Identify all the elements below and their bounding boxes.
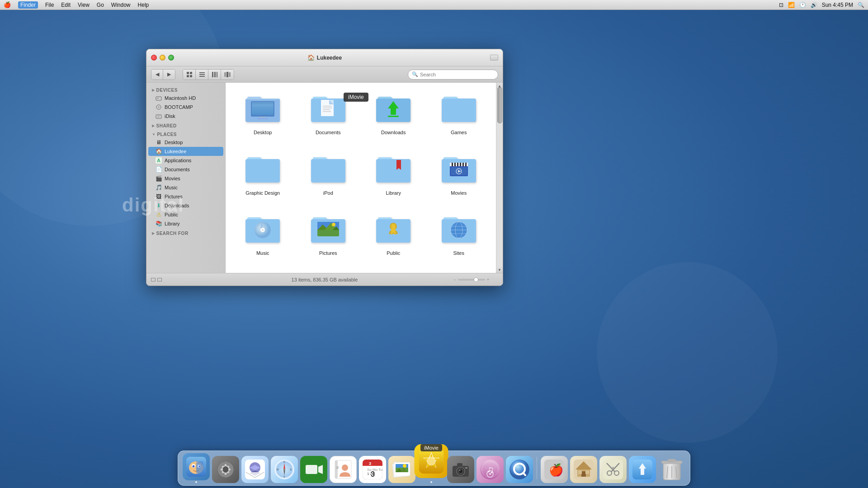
view-menu[interactable]: View [78,2,90,8]
file-item-music[interactable]: ♪ Music [232,210,293,266]
back-button[interactable]: ◀ [151,70,163,80]
title-bar: 🏠 Lukeedee [146,49,503,66]
sidebar-item-movies[interactable]: 🎬 Movies [146,174,225,183]
downloads-stack-icon[interactable] [629,456,656,483]
safari-app-icon[interactable]: N S E W [271,456,298,483]
sidebar-item-public[interactable]: ⚠ Public [146,210,225,219]
trash-app-icon[interactable] [658,456,685,483]
sidebar-item-pictures[interactable]: 🖼 Pictures [146,192,225,201]
iphoto-app-icon[interactable] [388,456,415,483]
file-item-public[interactable]: Public [363,210,424,266]
file-item-movies[interactable]: Movies [429,150,490,206]
sidebar-item-music[interactable]: 🎵 Music [146,183,225,192]
applestore-app-icon[interactable]: 🍎 [541,456,568,483]
dock-item-imovie[interactable]: iMovie [418,453,445,483]
spotlight-icon[interactable]: 🔍 [858,2,864,8]
dock-item-iphoto[interactable]: iPhoto [388,456,415,483]
dock-item-quicktime[interactable]: QuickTime [506,456,533,483]
mail-app-icon[interactable] [241,456,269,483]
places-header[interactable]: ▼ PLACES [146,129,225,138]
window-menu[interactable]: Window [111,2,131,8]
volume-icon[interactable]: 🔊 [811,2,817,8]
file-item-sites[interactable]: Sites [429,210,490,266]
dock-item-safari[interactable]: N S E W Safari [271,456,298,483]
imovie-dot [430,481,432,483]
zoom-minus[interactable]: − [453,277,456,282]
svg-rect-24 [252,102,274,115]
file-item-downloads[interactable]: Downloads [363,89,424,145]
apple-menu[interactable]: 🍎 [4,1,11,8]
itunes-app-icon[interactable]: ♫ [476,456,504,483]
zoom-button[interactable] [168,55,174,61]
column-view-button[interactable] [208,70,221,80]
dock-item-ical[interactable]: 3 Su Mo Tu 1 2 3 3 iCal [359,456,386,483]
sidebar-item-downloads[interactable]: ⬇ Downloads [146,201,225,210]
file-item-library[interactable]: Library [363,150,424,206]
clock-icon[interactable]: 🕐 [799,2,806,8]
help-menu[interactable]: Help [138,2,149,8]
ical-app-icon[interactable]: 3 Su Mo Tu 1 2 3 3 [359,456,386,483]
finder-app-icon[interactable] [183,453,210,480]
dock-item-finder[interactable]: Finder [183,453,210,483]
dock-item-trash[interactable]: Trash [658,456,685,483]
forward-button[interactable]: ▶ [163,70,175,80]
zoom-plus[interactable]: + [487,277,489,282]
search-bar[interactable]: 🔍 [408,70,498,80]
graphic-design-folder-icon [245,154,280,188]
sidebar-item-library[interactable]: 📚 Library [146,219,225,228]
dock-item-addressbook[interactable]: @ Address Book [330,456,357,483]
coverflow-view-button[interactable] [221,70,234,80]
maximize-button[interactable] [490,55,498,61]
file-menu[interactable]: File [45,2,54,8]
quicktime-app-icon[interactable] [506,456,533,483]
dock-item-downloads-stack[interactable]: Downloads Stack [629,456,656,483]
icon-view-button[interactable] [183,70,196,80]
dock-item-home[interactable]: Home [570,456,597,483]
screensharing-app-icon[interactable] [447,456,474,483]
svg-text:♪: ♪ [260,223,263,230]
scrollbar-track[interactable]: ▲ ▼ [496,83,503,273]
sidebar-item-documents[interactable]: 📄 Documents [146,165,225,174]
file-item-ipod[interactable]: iPod [298,150,359,206]
finder-menu[interactable]: Finder [18,1,38,9]
zoom-slider[interactable] [458,279,485,281]
scrollbar-thumb[interactable] [497,87,502,123]
wifi-icon[interactable]: 📶 [788,2,795,8]
minimize-button[interactable] [160,55,165,61]
dock-item-screensharing[interactable]: Screensharing [447,456,474,483]
home-app-icon[interactable] [570,456,597,483]
dock-item-applestore[interactable]: 🍎 Apple Store [541,456,568,483]
sidebar-item-applications[interactable]: A Applications [146,156,225,165]
dock-item-itunes[interactable]: ♫ iTunes [476,456,504,483]
search-for-header[interactable]: ▶ SEARCH FOR [146,228,225,237]
go-menu[interactable]: Go [97,2,104,8]
movies-folder-name: Movies [451,190,467,196]
edit-menu[interactable]: Edit [61,2,71,8]
sidebar-item-lukeedee[interactable]: 🏠 Lukeedee [148,147,223,156]
sidebar-item-idisk[interactable]: iDisk [146,112,225,121]
search-input[interactable] [420,72,494,77]
facetime-app-icon[interactable] [300,456,327,483]
file-item-desktop[interactable]: Desktop [232,89,293,145]
svg-point-16 [158,106,160,108]
devices-header[interactable]: ▶ DEVICES [146,85,225,94]
file-item-graphic-design[interactable]: Graphic Design [232,150,293,206]
zoom-thumb[interactable] [474,277,478,282]
close-button[interactable] [151,55,157,61]
file-item-games[interactable]: Games [429,89,490,145]
dock-item-sysprefs[interactable]: System Preferences [212,456,239,483]
sysprefs-app-icon[interactable] [212,456,239,483]
sidebar-item-desktop[interactable]: 🖥 Desktop [146,138,225,147]
pictures-sidebar-icon: 🖼 [156,193,162,200]
dock-item-facetime[interactable]: FaceTime [300,456,327,483]
sidebar-item-bootcamp[interactable]: BOOTCAMP [146,103,225,112]
sidebar-item-macintosh-hd[interactable]: Macintosh HD [146,94,225,103]
dock-item-mail[interactable]: Mail [241,456,269,483]
shared-header[interactable]: ▶ SHARED [146,121,225,129]
dock-item-filemerge[interactable]: FileMerge [599,456,627,483]
filemerge-app-icon[interactable] [599,456,627,483]
scroll-down-arrow[interactable]: ▼ [496,267,503,273]
addressbook-app-icon[interactable]: @ [330,456,357,483]
file-item-pictures[interactable]: Pictures [298,210,359,266]
list-view-button[interactable] [196,70,208,80]
